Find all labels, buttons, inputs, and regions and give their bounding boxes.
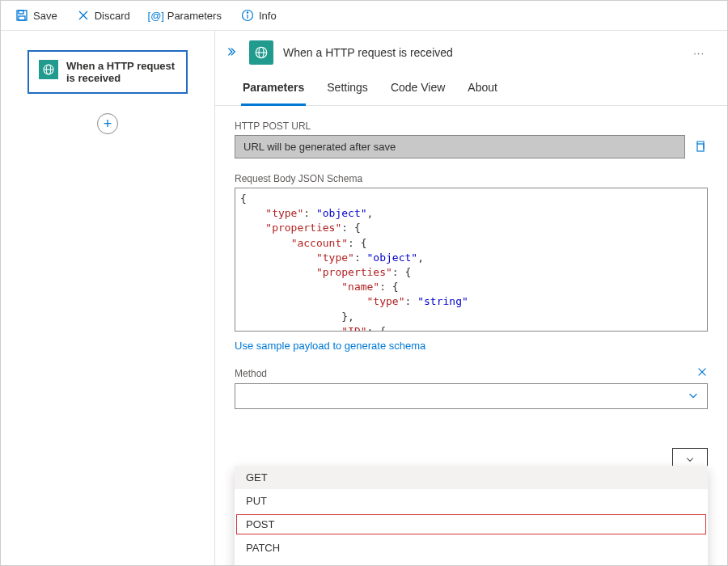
save-icon [15,9,28,22]
trigger-card[interactable]: When a HTTP request is received [28,50,188,94]
main-area: When a HTTP request is received + When a… [1,31,727,566]
tab-code-view[interactable]: Code View [391,81,445,105]
detail-header: When a HTTP request is received ··· [215,40,727,70]
info-button[interactable]: Info [233,6,285,25]
http-post-url-value: URL will be generated after save [235,135,685,158]
parameters-button[interactable]: [@] Parameters [142,6,230,25]
discard-label: Discard [95,10,130,22]
method-dropdown-list: GETPUTPOSTPATCHDELETEEnter custom value [235,466,708,566]
method-option-get[interactable]: GET [235,466,708,489]
info-label: Info [259,10,277,22]
plus-icon: + [104,116,112,133]
svg-rect-2 [19,16,25,20]
use-sample-payload-link[interactable]: Use sample payload to generate schema [235,340,425,352]
url-label: HTTP POST URL [235,120,708,132]
method-label: Method [235,368,267,379]
tab-parameters[interactable]: Parameters [243,81,304,105]
designer-canvas: When a HTTP request is received + [1,31,215,566]
method-option-put[interactable]: PUT [235,489,708,513]
svg-point-7 [247,12,248,13]
svg-rect-1 [19,11,23,14]
discard-button[interactable]: Discard [69,6,138,25]
save-label: Save [33,10,57,22]
json-schema-input[interactable]: { "type": "object", "properties": { "acc… [235,188,708,332]
trigger-title: When a HTTP request is received [66,60,176,84]
save-button[interactable]: Save [7,6,66,25]
close-icon [77,9,90,22]
detail-tabs: Parameters Settings Code View About [215,70,727,106]
tab-about[interactable]: About [468,81,497,105]
add-step-button[interactable]: + [97,113,118,134]
http-trigger-icon [249,40,273,65]
parameters-label: Parameters [167,10,222,22]
chevron-down-icon [688,390,699,403]
info-icon [241,9,254,22]
chevron-down-icon [685,454,695,467]
command-bar: Save Discard [@] Parameters Info [1,1,727,31]
http-trigger-icon [39,60,58,79]
method-dropdown[interactable] [235,383,708,409]
method-option-patch[interactable]: PATCH [235,536,708,560]
more-menu-button[interactable]: ··· [690,44,708,62]
method-option-delete[interactable]: DELETE [235,560,708,566]
detail-panel: When a HTTP request is received ··· Para… [215,31,727,566]
parameters-body: HTTP POST URL URL will be generated afte… [215,106,727,424]
parameters-icon: [@] [150,9,163,22]
copy-url-button[interactable] [693,140,708,154]
collapse-panel-button[interactable] [222,43,239,63]
tab-settings[interactable]: Settings [327,81,368,105]
schema-label: Request Body JSON Schema [235,173,708,184]
method-option-post[interactable]: POST [235,513,708,536]
detail-title: When a HTTP request is received [283,46,680,59]
remove-method-button[interactable] [696,366,708,380]
svg-rect-14 [697,144,704,151]
